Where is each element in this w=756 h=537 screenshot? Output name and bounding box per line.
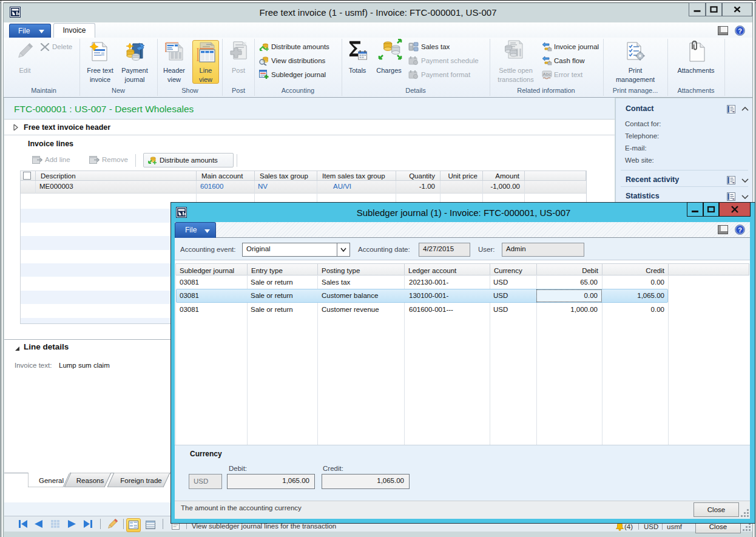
svg-text:?: ?	[738, 27, 742, 35]
svg-text:General: General	[39, 477, 64, 484]
svg-text:Foreign trade: Foreign trade	[120, 477, 161, 484]
svg-text:?: ?	[738, 226, 742, 234]
svg-text:Reasons: Reasons	[76, 477, 104, 484]
svg-text:Abc: Abc	[543, 72, 552, 77]
